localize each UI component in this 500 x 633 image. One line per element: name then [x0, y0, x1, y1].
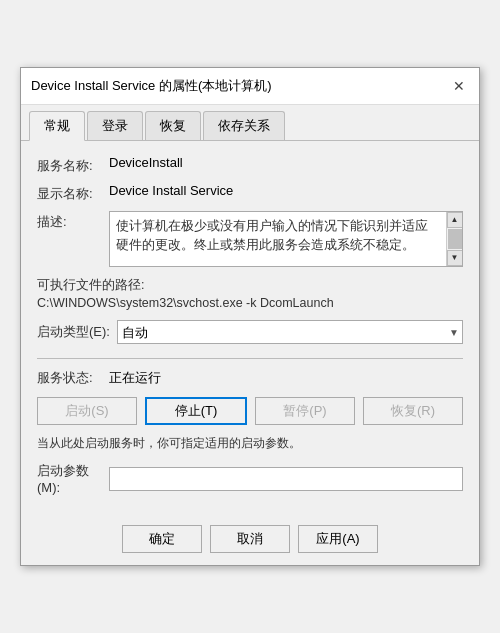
startup-type-select[interactable]: 自动 手动 禁用	[117, 320, 463, 344]
bottom-buttons: 确定 取消 应用(A)	[21, 519, 479, 565]
properties-window: Device Install Service 的属性(本地计算机) ✕ 常规 登…	[20, 67, 480, 566]
tab-dependencies[interactable]: 依存关系	[203, 111, 285, 140]
action-buttons-row: 启动(S) 停止(T) 暂停(P) 恢复(R)	[37, 397, 463, 425]
startup-param-row: 启动参数(M):	[37, 462, 463, 495]
display-name-value: Device Install Service	[109, 183, 463, 198]
service-status-value: 正在运行	[109, 369, 161, 387]
display-name-row: 显示名称: Device Install Service	[37, 183, 463, 203]
tab-content: 服务名称: DeviceInstall 显示名称: Device Install…	[21, 141, 479, 519]
service-name-value: DeviceInstall	[109, 155, 463, 170]
tab-general[interactable]: 常规	[29, 111, 85, 141]
description-box: 使计算机在极少或没有用户输入的情况下能识别并适应硬件的更改。终止或禁用此服务会造…	[109, 211, 463, 267]
scroll-up-arrow[interactable]: ▲	[447, 212, 463, 228]
tab-bar: 常规 登录 恢复 依存关系	[21, 105, 479, 141]
service-status-label: 服务状态:	[37, 369, 109, 387]
description-row: 描述: 使计算机在极少或没有用户输入的情况下能识别并适应硬件的更改。终止或禁用此…	[37, 211, 463, 267]
startup-type-row: 启动类型(E): 自动 手动 禁用 ▼	[37, 320, 463, 344]
service-name-row: 服务名称: DeviceInstall	[37, 155, 463, 175]
service-name-label: 服务名称:	[37, 155, 109, 175]
service-status-row: 服务状态: 正在运行	[37, 369, 463, 387]
apply-button[interactable]: 应用(A)	[298, 525, 378, 553]
scroll-down-arrow[interactable]: ▼	[447, 250, 463, 266]
start-button[interactable]: 启动(S)	[37, 397, 137, 425]
description-label: 描述:	[37, 211, 109, 231]
ok-button[interactable]: 确定	[122, 525, 202, 553]
exe-path-label: 可执行文件的路径:	[37, 277, 463, 294]
cancel-button[interactable]: 取消	[210, 525, 290, 553]
resume-button[interactable]: 恢复(R)	[363, 397, 463, 425]
title-bar: Device Install Service 的属性(本地计算机) ✕	[21, 68, 479, 105]
divider	[37, 358, 463, 359]
startup-param-label: 启动参数(M):	[37, 462, 109, 495]
close-button[interactable]: ✕	[449, 76, 469, 96]
pause-button[interactable]: 暂停(P)	[255, 397, 355, 425]
hint-text: 当从此处启动服务时，你可指定适用的启动参数。	[37, 435, 463, 452]
description-text: 使计算机在极少或没有用户输入的情况下能识别并适应硬件的更改。终止或禁用此服务会造…	[116, 217, 456, 255]
startup-param-input[interactable]	[109, 467, 463, 491]
window-title: Device Install Service 的属性(本地计算机)	[31, 77, 272, 95]
startup-type-wrapper: 自动 手动 禁用 ▼	[117, 320, 463, 344]
display-name-label: 显示名称:	[37, 183, 109, 203]
exe-path-value: C:\WINDOWS\system32\svchost.exe -k DcomL…	[37, 296, 463, 310]
startup-type-label: 启动类型(E):	[37, 323, 117, 341]
scroll-thumb[interactable]	[448, 229, 462, 249]
tab-login[interactable]: 登录	[87, 111, 143, 140]
scrollbar[interactable]: ▲ ▼	[446, 212, 462, 266]
tab-recovery[interactable]: 恢复	[145, 111, 201, 140]
stop-button[interactable]: 停止(T)	[145, 397, 247, 425]
